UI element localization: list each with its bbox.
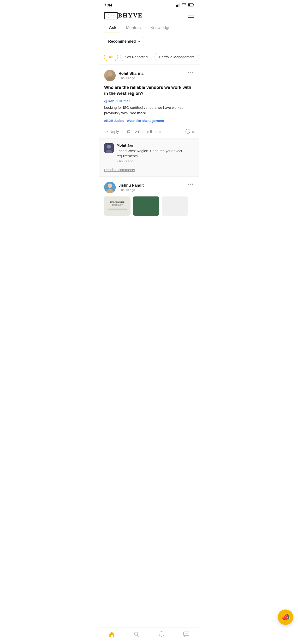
- filter-label: Recommended: [108, 39, 136, 44]
- comment-item-mohit: Mohit Jain I head West Region. Send me y…: [104, 143, 194, 163]
- svg-point-7: [107, 72, 112, 76]
- post-hashtags-1: #B2B Sales #Vendor Management: [104, 118, 194, 123]
- svg-point-17: [108, 184, 112, 188]
- post-actions-1: ↩ Reply · 12 People like this: [104, 126, 194, 138]
- like-icon: [127, 129, 131, 134]
- post-body-1: Looking for ISO certified vendors we hav…: [104, 105, 194, 116]
- like-count-label: 12 People like this: [133, 130, 162, 134]
- svg-point-8: [106, 77, 114, 81]
- post-user-jishnu: Jishnu Pandit 2 hours ago: [104, 182, 144, 193]
- app-logo: ⋮⋯BHYVE: [104, 12, 142, 20]
- chevron-down-icon: ▾: [138, 40, 140, 43]
- hamburger-menu[interactable]: [188, 14, 194, 18]
- action-separator: ·: [122, 129, 123, 134]
- comment-time-mohit: 2 hours ago: [117, 159, 194, 163]
- reply-icon: ↩: [104, 129, 108, 135]
- post-title-1: Who are the reliable vendors we work wit…: [104, 84, 194, 96]
- svg-rect-6: [188, 4, 190, 6]
- filter-section: Recommended ▾: [99, 33, 199, 50]
- svg-point-10: [186, 131, 187, 132]
- read-all-comments-link[interactable]: Read all comments: [104, 168, 135, 172]
- avatar-rohit: [104, 70, 116, 81]
- post-image-green: [133, 196, 159, 216]
- user-name-jishnu: Jishnu Pandit: [118, 183, 144, 188]
- user-info-jishnu: Jishnu Pandit 2 hours ago: [118, 183, 144, 192]
- tab-knowledge[interactable]: Knowledge: [146, 23, 175, 33]
- svg-point-11: [187, 131, 188, 132]
- status-bar: 7:44: [99, 0, 199, 10]
- tag-sox-reporting[interactable]: Sox Reporting: [120, 53, 152, 61]
- svg-rect-1: [177, 4, 178, 7]
- status-time: 7:44: [104, 3, 112, 8]
- post-mention-1[interactable]: @Rahul Kumar: [104, 99, 194, 103]
- user-name-rohit: Rohit Sharma: [118, 72, 143, 76]
- tag-portfolio-management[interactable]: Portfolio Management: [155, 53, 199, 61]
- post-user-rohit: Rohit Sharma 2 hours ago: [104, 70, 143, 81]
- hashtag-vendor-management[interactable]: #Vendor Management: [127, 118, 164, 123]
- post-images: MAINTENANCE CHECKLIST: [104, 196, 194, 219]
- more-options-button-1[interactable]: •••: [187, 70, 194, 75]
- see-more-link[interactable]: See more: [130, 111, 146, 115]
- svg-point-12: [188, 131, 189, 132]
- logo-icon: ⋮⋯: [104, 12, 117, 20]
- post-header-2: Jishnu Pandit 2 hours ago •••: [104, 182, 194, 193]
- svg-rect-2: [178, 4, 179, 7]
- avatar-mohit: [104, 143, 114, 153]
- reply-label: Reply: [110, 130, 119, 134]
- svg-rect-3: [180, 3, 180, 7]
- svg-rect-0: [176, 5, 177, 7]
- recommended-dropdown[interactable]: Recommended ▾: [104, 37, 144, 46]
- comment-button[interactable]: 4: [185, 129, 194, 135]
- main-tabs: Ask Mentors Knowledge: [99, 23, 199, 33]
- status-icons: [176, 3, 194, 8]
- post-time-rohit: 2 hours ago: [118, 76, 143, 80]
- post-card-2: Jishnu Pandit 2 hours ago ••• MAINTENANC…: [99, 177, 199, 219]
- user-info-rohit: Rohit Sharma 2 hours ago: [118, 72, 143, 80]
- svg-rect-5: [193, 4, 194, 6]
- post-header-1: Rohit Sharma 2 hours ago •••: [104, 70, 194, 81]
- tab-ask[interactable]: Ask: [104, 23, 121, 33]
- post-time-jishnu: 2 hours ago: [118, 188, 144, 192]
- hashtag-b2b-sales[interactable]: #B2B Sales: [104, 118, 124, 123]
- comment-text-mohit: I head West Region. Send me your exact r…: [117, 148, 194, 158]
- more-options-button-2[interactable]: •••: [187, 182, 194, 187]
- comment-section: Mohit Jain I head West Region. Send me y…: [99, 140, 199, 177]
- tag-all[interactable]: All: [104, 53, 118, 61]
- svg-point-14: [107, 145, 111, 148]
- tab-mentors[interactable]: Mentors: [121, 23, 145, 33]
- reply-button[interactable]: ↩ Reply: [104, 129, 119, 135]
- comment-icon: [185, 129, 191, 135]
- like-button[interactable]: 12 People like this: [127, 129, 162, 134]
- post-card-1: Rohit Sharma 2 hours ago ••• Who are the…: [99, 66, 199, 140]
- commenter-name-mohit: Mohit Jain: [117, 143, 194, 147]
- comment-count: 4: [192, 130, 194, 134]
- wifi-icon: [182, 3, 186, 8]
- avatar-jishnu: [104, 182, 116, 193]
- post-image-maintenance: MAINTENANCE CHECKLIST: [104, 196, 130, 216]
- app-header: ⋮⋯BHYVE: [99, 10, 199, 23]
- comment-body-mohit: Mohit Jain I head West Region. Send me y…: [117, 143, 194, 163]
- tags-row: All Sox Reporting Portfolio Management P…: [99, 50, 199, 66]
- signal-icon: [176, 3, 181, 8]
- post-image-light: [162, 196, 188, 216]
- battery-icon: [188, 3, 194, 8]
